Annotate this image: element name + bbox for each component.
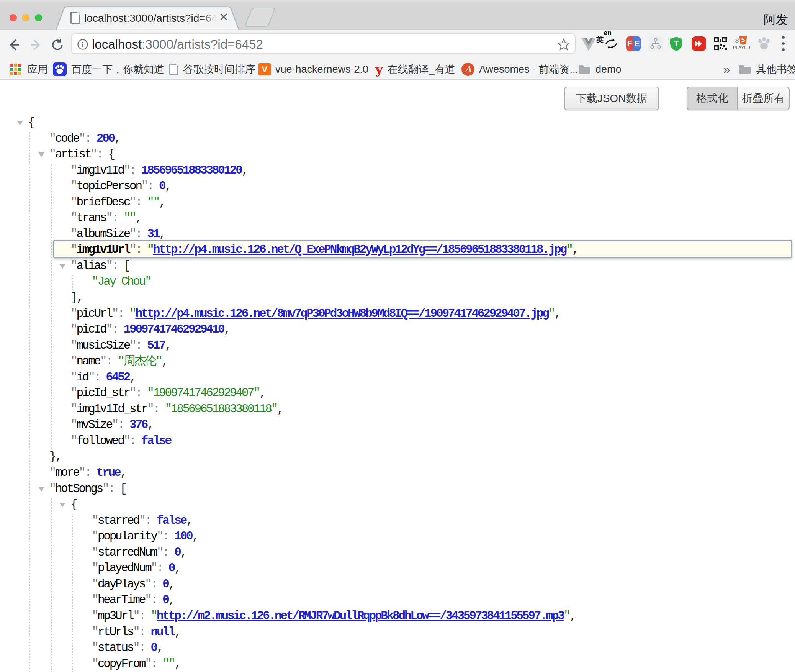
json-token: "	[124, 434, 129, 447]
a-icon: A	[461, 63, 474, 76]
extension-fe-helper-icon[interactable]: FE	[626, 36, 641, 51]
json-url-link[interactable]: http://p4.music.126.net/8mv7qP30Pd3oHW8b…	[135, 307, 548, 320]
bookmark-google-sort[interactable]: 谷歌按时间排序	[169, 60, 255, 79]
json-token: "	[79, 466, 85, 479]
json-line: "img1v1Id_str": "18569651883380118",	[0, 401, 795, 417]
json-token: "	[139, 514, 145, 527]
json-line: "topicPerson": 0,	[0, 178, 795, 194]
json-token: alias	[76, 259, 106, 272]
extension-vue-devtools-icon[interactable]	[581, 38, 596, 52]
window-minimize-button[interactable]	[22, 14, 29, 21]
json-token: :	[162, 529, 174, 543]
json-token: "	[70, 243, 76, 256]
json-token: :	[153, 402, 165, 416]
page-icon	[169, 64, 178, 75]
json-line: ],	[0, 290, 795, 306]
json-token: "	[133, 641, 139, 654]
json-token: popularity	[98, 529, 157, 543]
download-json-button[interactable]: 下载JSON数据	[564, 87, 659, 110]
json-token: "	[92, 593, 98, 606]
view-mode-segmented-control: 格式化 折叠所有	[687, 87, 790, 110]
json-token: false	[157, 514, 186, 527]
json-token: :	[151, 577, 163, 591]
menu-icon[interactable]	[782, 36, 785, 54]
json-token: :	[94, 370, 106, 384]
json-token: :	[112, 211, 124, 225]
json-token: "	[129, 195, 135, 209]
json-line: {	[0, 497, 795, 513]
back-button[interactable]	[8, 30, 21, 60]
json-token: 200	[97, 132, 114, 145]
json-token: albumSize	[76, 227, 129, 241]
json-token: :	[85, 466, 97, 479]
json-token: :	[118, 307, 129, 320]
bookmark-label: 其他书签	[756, 62, 795, 76]
collapse-triangle-icon[interactable]	[38, 152, 44, 157]
v-icon: V	[258, 63, 271, 75]
json-token: copyFrom	[98, 657, 145, 670]
new-tab-button[interactable]	[244, 8, 276, 27]
json-token: 100	[174, 529, 192, 543]
bookmark-star-icon[interactable]	[557, 38, 570, 51]
json-url-link[interactable]: http://p4.music.126.net/Q_ExePNkmqB2yWyL…	[153, 243, 566, 256]
json-token: "	[129, 307, 135, 320]
bookmark-baidu[interactable]: 百度一下，你就知道	[53, 60, 164, 79]
json-token: "周杰伦"	[118, 354, 161, 368]
json-token: "	[70, 386, 76, 400]
json-token: ,	[224, 323, 230, 336]
json-token: :	[135, 243, 147, 256]
window-close-button[interactable]	[10, 14, 17, 21]
json-token: ,	[114, 132, 120, 145]
content-area: 下载JSON数据 格式化 折叠所有 {"code": 200,"artist":…	[0, 80, 795, 672]
json-token: "	[70, 323, 76, 336]
json-token: 19097417462929410	[124, 323, 224, 336]
json-line: {	[0, 115, 795, 131]
format-button[interactable]: 格式化	[687, 87, 737, 110]
collapse-all-button[interactable]: 折叠所有	[737, 87, 790, 110]
browser-tab[interactable]: localhost:3000/artists?id=645 ✕	[56, 6, 240, 30]
bookmarks-overflow-chevron[interactable]: »	[723, 60, 730, 79]
collapse-triangle-icon[interactable]	[59, 503, 65, 507]
json-token: :	[85, 132, 97, 145]
window-zoom-button[interactable]	[35, 14, 42, 21]
collapse-triangle-icon[interactable]	[59, 264, 65, 269]
json-token: "	[70, 195, 76, 209]
url-text[interactable]: localhost:3000/artists?id=6452	[92, 37, 263, 52]
json-token: :	[135, 339, 147, 352]
tab-close-icon[interactable]: ✕	[218, 11, 229, 23]
json-token: :	[147, 179, 159, 193]
bookmark-vue-hackernews[interactable]: V vue-hackernews-2.0	[258, 60, 368, 79]
extension-paw-icon[interactable]	[757, 36, 772, 51]
extension-qr-code-icon[interactable]	[713, 36, 728, 51]
extension-sitemap-icon[interactable]	[648, 36, 663, 51]
json-token: "	[92, 609, 98, 623]
json-line: "hotSongs": [	[0, 481, 795, 497]
json-token: "	[92, 625, 98, 639]
bookmark-apps[interactable]: 应用	[10, 60, 48, 79]
bookmark-youdao[interactable]: y 在线翻译_有道	[375, 60, 455, 79]
json-line: "code": 200,	[0, 131, 795, 147]
json-token: :	[135, 195, 147, 209]
html5-player-label: PLAYER	[733, 45, 751, 50]
extension-video-play-icon[interactable]	[692, 36, 706, 51]
json-token: "	[129, 243, 135, 256]
extension-tampermonkey-icon[interactable]: T	[669, 36, 684, 51]
bookmark-other-bookmarks[interactable]: 其他书签	[738, 60, 795, 79]
json-token: "	[70, 402, 76, 416]
json-url-link[interactable]: http://m2.music.126.net/RMJR7wDullRqppBk…	[157, 609, 564, 623]
info-icon[interactable]	[77, 39, 88, 50]
extension-html5-player-icon[interactable]: S5 PLAYER	[733, 35, 749, 51]
json-token: musicSize	[76, 339, 129, 352]
json-token: "	[70, 354, 76, 368]
collapse-triangle-icon[interactable]	[38, 487, 44, 492]
json-token: "	[147, 243, 153, 256]
bookmark-demo[interactable]: demo	[578, 60, 622, 79]
forward-button[interactable]	[29, 30, 42, 60]
profile-name[interactable]: 阿发	[764, 11, 788, 28]
collapse-triangle-icon[interactable]	[17, 121, 23, 125]
bookmark-awesomes[interactable]: A Awesomes - 前端资...	[461, 60, 578, 79]
json-token: 0	[159, 179, 165, 193]
reload-button[interactable]	[51, 30, 64, 60]
address-bar[interactable]: localhost:3000/artists?id=6452	[71, 33, 576, 54]
json-token: 517	[147, 339, 165, 352]
